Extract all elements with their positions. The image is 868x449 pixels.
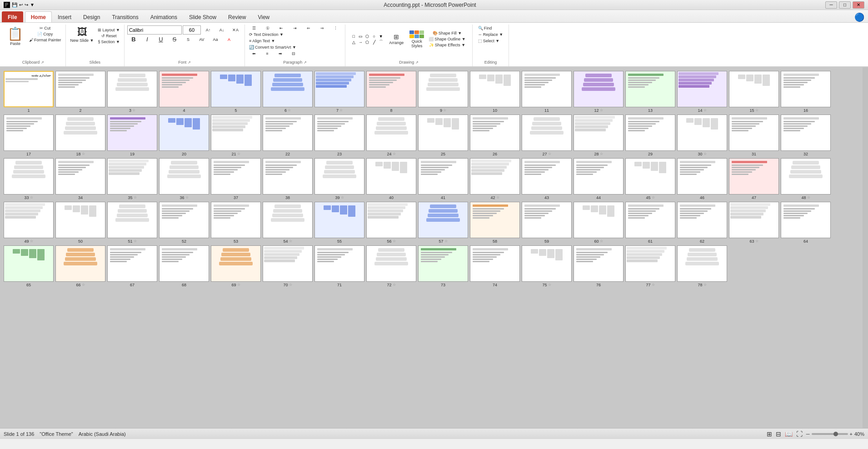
columns-button[interactable]: ⋮ [329,25,342,31]
slide-thumb[interactable]: 16 [781,71,831,113]
bullets-button[interactable]: ☰ [248,25,260,31]
shadow-button[interactable]: S [182,37,195,42]
shape-tri[interactable]: △ [350,40,357,45]
shape-fill-button[interactable]: 🎨Shape Fill ▼ [427,30,467,36]
close-button[interactable]: ✕ [853,1,864,9]
slide-thumb[interactable]: 42☆ [470,158,520,200]
slide-thumb[interactable]: 3☆ [107,71,157,113]
decrease-font-button[interactable]: A↓ [215,27,228,33]
slide-thumb[interactable]: 72☆ [366,245,416,287]
shape-curve[interactable]: ⌒ [378,40,384,45]
slide-thumb[interactable]: 55 [314,202,364,244]
tab-view[interactable]: View [252,11,275,22]
quick-styles-button[interactable]: Quick Styles [408,25,426,53]
slide-thumb[interactable]: 12☆ [574,71,624,113]
slide-thumb[interactable]: 6☆ [263,71,313,113]
clear-format-button[interactable]: ✕A [229,27,242,33]
section-button[interactable]: §Section ▼ [96,39,121,45]
slide-thumb[interactable]: 69☆ [211,245,261,287]
italic-button[interactable]: I [141,35,154,43]
slide-thumb[interactable]: 11 [522,71,572,113]
slide-thumb[interactable]: 60☆ [574,202,624,244]
view-fullscreen-icon[interactable]: ⛶ [796,430,803,438]
slide-thumb[interactable]: 75☆ [522,245,572,287]
tab-animations[interactable]: Animations [145,11,183,22]
slide-thumb[interactable]: 5 [211,71,261,113]
shape-pentagon[interactable]: ⬠ [364,40,370,45]
shape-rounded[interactable]: ▭ [357,34,364,39]
slide-thumb[interactable]: 52 [159,202,209,244]
slide-thumb[interactable]: 62 [677,202,727,244]
justify-button[interactable]: ⊟ [287,51,300,56]
zoom-out-button[interactable]: ─ [806,431,810,437]
increase-font-button[interactable]: A↑ [202,27,215,33]
slide-thumb[interactable]: 61 [625,202,675,244]
slide-thumb[interactable]: 48☆ [781,158,831,200]
replace-button[interactable]: ↔Replace ▼ [477,32,504,37]
font-size-input[interactable] [183,25,201,35]
slide-thumb[interactable]: 9☆ [418,71,468,113]
slide-thumb[interactable]: 2 [55,71,105,113]
slide-thumb[interactable]: 47 [729,158,779,200]
zoom-slider[interactable] [812,433,848,435]
font-spacing-button[interactable]: AV [195,37,208,42]
reset-button[interactable]: ↺Reset [96,33,121,39]
view-reading-icon[interactable]: 📖 [785,430,793,438]
slide-thumb[interactable]: 24☆ [366,115,416,156]
indent-increase-button[interactable]: ⇥ [289,25,301,31]
shape-effects-button[interactable]: ✨Shape Effects ▼ [427,42,467,48]
tab-file[interactable]: File [2,11,23,22]
slide-thumb[interactable]: 27☆ [522,115,572,156]
tab-insert[interactable]: Insert [52,11,77,22]
slide-thumb[interactable]: 33☆ [4,158,54,200]
slide-thumb[interactable]: 36☆ [159,158,209,200]
slide-thumb[interactable]: 39☆ [314,158,364,200]
slides-panel[interactable]: حسابداری مقدمه123☆456☆7☆89☆101112☆1314☆1… [0,67,863,428]
slide-thumb[interactable]: 4 [159,71,209,113]
slide-thumb[interactable]: 50 [55,202,105,244]
slide-thumb[interactable]: 70☆ [263,245,313,287]
tab-review[interactable]: Review [222,11,252,22]
slide-thumb[interactable]: 54☆ [263,202,313,244]
strikethrough-button[interactable]: S [168,35,181,43]
slide-thumb[interactable]: 34 [55,158,105,200]
align-right-button[interactable]: ➡ [274,51,287,56]
minimize-button[interactable]: ─ [825,1,837,9]
slide-thumb[interactable]: 77☆ [625,245,675,287]
align-text-button[interactable]: ≡Align Text ▼ [248,38,277,44]
select-button[interactable]: ⬚Select ▼ [477,38,501,44]
slide-thumb[interactable]: 30☆ [677,115,727,156]
bold-button[interactable]: B [127,35,140,43]
view-slide-sorter-icon[interactable]: ⊟ [776,430,781,438]
arrange-button[interactable]: ⊞ Arrange [386,31,406,47]
slide-thumb[interactable]: 43 [522,158,572,200]
paste-button[interactable]: 📋 Paste [4,25,27,47]
format-painter-button[interactable]: 🖌Format Painter [28,37,63,43]
slide-thumb[interactable]: 67 [107,245,157,287]
slide-thumb[interactable]: 25 [418,115,468,156]
view-normal-icon[interactable]: ⊞ [767,430,772,438]
slide-thumb[interactable]: 63☆ [729,202,779,244]
slide-thumb[interactable]: 78☆ [677,245,727,287]
shape-outline-button[interactable]: ⬜Shape Outline ▼ [427,36,467,42]
slide-thumb[interactable]: 14☆ [677,71,727,113]
slide-thumb[interactable]: 58 [470,202,520,244]
copy-button[interactable]: 📄Copy [28,31,63,37]
slide-thumb[interactable]: 45☆ [625,158,675,200]
shape-arrow[interactable]: → [357,40,364,45]
slide-thumb[interactable]: 7☆ [314,71,364,113]
shape-line[interactable]: ╱ [371,40,377,45]
slide-thumb[interactable]: 28☆ [574,115,624,156]
shape-oval[interactable]: ○ [371,34,377,39]
slide-thumb[interactable]: 32 [781,115,831,156]
slide-thumb[interactable]: 17 [4,115,54,156]
slide-thumb[interactable]: 38 [263,158,313,200]
slide-thumb[interactable]: 59 [522,202,572,244]
slide-thumb[interactable]: 23 [314,115,364,156]
slide-thumb[interactable]: 21☆ [211,115,261,156]
align-center-button[interactable]: ≡ [261,51,274,56]
slide-thumb[interactable]: 13 [625,71,675,113]
slide-thumb[interactable]: 65 [4,245,54,287]
slide-thumb[interactable]: 37 [211,158,261,200]
slide-thumb[interactable]: 71 [314,245,364,287]
